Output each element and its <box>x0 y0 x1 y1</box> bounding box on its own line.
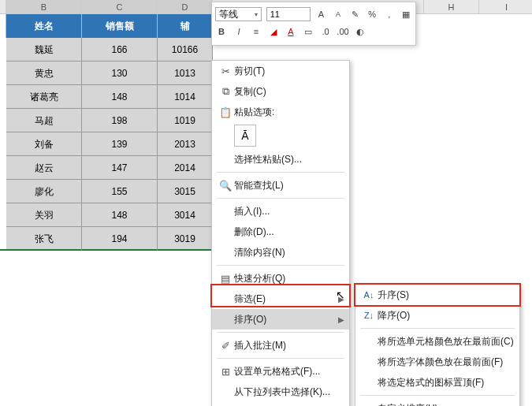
align-icon[interactable]: ≡ <box>250 25 262 38</box>
menu-show-pinyin[interactable]: wén显示拼音字段(S) <box>212 402 349 406</box>
cell-sales[interactable]: 130 <box>82 61 158 85</box>
format-painter-icon[interactable]: ✎ <box>349 8 362 20</box>
cell-aux[interactable]: 1013 <box>158 61 213 85</box>
submenu-custom-sort[interactable]: ↕自定义排序(U)... <box>355 398 519 406</box>
fill-color-icon[interactable]: ◢ <box>267 25 280 38</box>
cell-aux[interactable]: 3015 <box>158 180 213 203</box>
italic-button[interactable]: I <box>233 25 245 38</box>
menu-clear[interactable]: 清除内容(N) <box>212 242 349 263</box>
menu-label: 从下拉列表中选择(K)... <box>234 386 344 399</box>
cell-sales[interactable]: 155 <box>82 180 158 203</box>
cell-sales[interactable]: 166 <box>82 38 158 61</box>
cell-sales[interactable]: 198 <box>82 109 158 132</box>
menu-label: 排序(O) <box>234 313 338 326</box>
col-header-I[interactable]: I <box>479 0 532 14</box>
menu-label: 粘贴选项: <box>234 106 344 119</box>
submenu-icon-top[interactable]: 将选定格式的图标置顶(F) <box>355 372 519 393</box>
menu-label: 复制(C) <box>234 85 344 99</box>
cell-sales[interactable]: 148 <box>82 85 158 109</box>
menu-label: 设置单元格格式(F)... <box>234 365 344 378</box>
col-header-C[interactable]: C <box>82 0 158 14</box>
font-name-select[interactable]: 等线▾ <box>215 7 262 21</box>
cell-sales[interactable]: 148 <box>82 203 158 227</box>
increase-font-icon[interactable]: A <box>315 8 328 20</box>
cell-name[interactable]: 关羽 <box>6 203 82 227</box>
font-color-icon[interactable]: A <box>285 25 297 38</box>
cell-name[interactable]: 黄忠 <box>6 61 82 85</box>
cell-aux[interactable]: 2013 <box>158 132 213 156</box>
menu-label: 剪切(T) <box>234 65 344 78</box>
decimal-dec-icon[interactable]: .00 <box>337 25 349 38</box>
submenu-cell-color-top[interactable]: 将所选单元格颜色放在最前面(C) <box>355 331 519 352</box>
menu-insert[interactable]: 插入(I)... <box>212 201 349 222</box>
cell-name[interactable]: 张飞 <box>6 227 82 251</box>
chevron-down-icon: ▾ <box>255 11 258 18</box>
menu-cut[interactable]: ✂剪切(T) <box>212 61 349 81</box>
cell-sales[interactable]: 194 <box>82 227 158 251</box>
borders-icon[interactable]: ▦ <box>400 8 412 20</box>
decimal-inc-icon[interactable]: .0 <box>319 25 332 38</box>
separator <box>217 332 344 333</box>
gutter <box>0 0 6 14</box>
cell-name[interactable]: 诸葛亮 <box>6 85 82 109</box>
cell-name[interactable]: 马超 <box>6 109 82 132</box>
percent-icon[interactable]: % <box>366 8 378 20</box>
separator <box>360 395 515 396</box>
cell-sales[interactable]: 147 <box>82 156 158 180</box>
menu-sort[interactable]: 排序(O)▶ <box>212 309 349 330</box>
menu-label: 降序(O) <box>378 309 515 322</box>
cell-name[interactable]: 廖化 <box>6 180 82 203</box>
separator <box>360 328 515 329</box>
menu-pick-from-list[interactable]: 从下拉列表中选择(K)... <box>212 382 349 402</box>
header-sales: 销售额 <box>82 14 158 38</box>
comma-icon[interactable]: , <box>383 8 396 20</box>
menu-insert-comment[interactable]: ✐插入批注(M) <box>212 335 349 356</box>
menu-format-cells[interactable]: ⊞设置单元格格式(F)... <box>212 361 349 382</box>
context-menu: ✂剪切(T) ⧉复制(C) 📋粘贴选项: Ā 选择性粘贴(S)... 🔍智能查找… <box>211 60 350 406</box>
bold-button[interactable]: B <box>215 25 228 38</box>
col-header-D[interactable]: D <box>158 0 213 14</box>
submenu-sort-desc[interactable]: Z↓降序(O) <box>355 305 519 326</box>
cell-aux[interactable]: 1019 <box>158 109 213 132</box>
border-icon[interactable]: ▭ <box>302 25 314 38</box>
cell-aux[interactable]: 3014 <box>158 203 213 227</box>
cell-name[interactable]: 刘备 <box>6 132 82 156</box>
cell-name[interactable]: 魏延 <box>6 38 82 61</box>
menu-label: 插入批注(M) <box>234 339 344 352</box>
menu-label: 删除(D)... <box>234 225 344 239</box>
cell-aux[interactable]: 3019 <box>158 227 213 251</box>
sort-desc-icon: Z↓ <box>360 311 378 320</box>
menu-delete[interactable]: 删除(D)... <box>212 222 349 242</box>
chevron-right-icon: ▶ <box>338 315 344 324</box>
separator <box>217 198 344 199</box>
menu-label: 将所选字体颜色放在最前面(F) <box>378 356 515 369</box>
cell-aux[interactable]: 1014 <box>158 85 213 109</box>
menu-label: 将所选单元格颜色放在最前面(C) <box>378 335 515 348</box>
decrease-font-icon[interactable]: A <box>332 8 344 20</box>
font-size-input[interactable] <box>266 7 311 21</box>
cell-aux[interactable]: 2014 <box>158 156 213 180</box>
menu-label: 选择性粘贴(S)... <box>234 153 344 166</box>
gutter <box>0 14 6 38</box>
col-header-B[interactable]: B <box>6 0 82 14</box>
clear-format-icon[interactable]: ◐ <box>354 25 366 38</box>
paste-default-button[interactable]: Ā <box>234 125 256 147</box>
paste-option-row: Ā <box>212 122 349 149</box>
submenu-font-color-top[interactable]: 将所选字体颜色放在最前面(F) <box>355 352 519 372</box>
mini-toolbar: 等线▾ A A ✎ % , ▦ B I ≡ ◢ A ▭ .0 .00 ◐ <box>211 2 416 46</box>
highlight-box <box>210 284 351 307</box>
menu-copy[interactable]: ⧉复制(C) <box>212 81 349 102</box>
col-header-H[interactable]: H <box>424 0 479 14</box>
separator <box>217 172 344 173</box>
menu-label: 插入(I)... <box>234 205 344 218</box>
menu-paste-special[interactable]: 选择性粘贴(S)... <box>212 149 349 169</box>
cell-name[interactable]: 赵云 <box>6 156 82 180</box>
menu-smart-lookup[interactable]: 🔍智能查找(L) <box>212 175 349 196</box>
menu-paste-options: 📋粘贴选项: <box>212 102 349 122</box>
highlight-box <box>354 283 521 307</box>
cell-sales[interactable]: 139 <box>82 132 158 156</box>
cell-aux[interactable]: 10166 <box>158 38 213 61</box>
menu-label: 将选定格式的图标置顶(F) <box>378 376 515 389</box>
comment-icon: ✐ <box>217 340 234 352</box>
font-name-label: 等线 <box>219 8 238 21</box>
